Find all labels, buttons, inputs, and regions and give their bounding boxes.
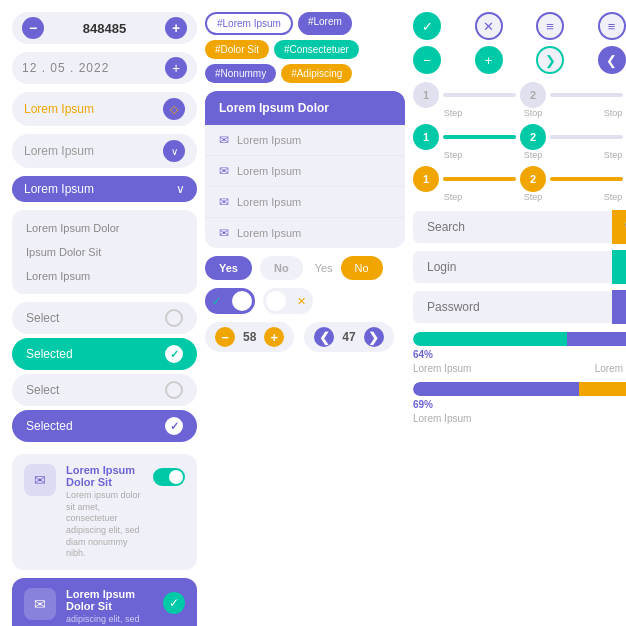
- radio-circle-1: [165, 309, 183, 327]
- tag-1[interactable]: #Lorem: [298, 12, 352, 35]
- step-line-2-2: [550, 135, 623, 139]
- progress-fill-yellow-2: [579, 382, 626, 396]
- step-label-3-1: Step: [440, 192, 466, 202]
- stepper-sm-2-prev[interactable]: ❮: [314, 327, 334, 347]
- radio-btn-selected-green[interactable]: Selected ✓: [12, 338, 197, 370]
- stepper-minus-btn[interactable]: −: [22, 17, 44, 39]
- progress-pct-left-2: 69%: [413, 399, 433, 410]
- menu-card-item-3[interactable]: ✉ Lorem Ipsum: [205, 218, 405, 248]
- menu-card-label-2: Lorem Ipsum: [237, 196, 301, 208]
- password-btn[interactable]: 🔒: [612, 290, 626, 324]
- yes-btn-1[interactable]: Yes: [205, 256, 252, 280]
- menu-item-0[interactable]: Lorem Ipsum Dolor: [12, 216, 197, 240]
- progress-name-labels-2: Lorem Ipsum: [413, 413, 626, 424]
- tag-0[interactable]: #Lorem Ipsum: [205, 12, 293, 35]
- icon-menu-outline-1[interactable]: ≡: [536, 12, 564, 40]
- input-icon-btn[interactable]: ◇: [163, 98, 185, 120]
- radio-circle-2: [165, 381, 183, 399]
- icon-plus-teal[interactable]: +: [475, 46, 503, 74]
- yes-btn-2[interactable]: Yes: [315, 262, 333, 274]
- dropdown-2-arrow[interactable]: ∨: [176, 182, 185, 196]
- check-mark-green: ✓: [170, 348, 179, 361]
- stepper-sm-1: − 58 +: [205, 322, 294, 352]
- menu-card-label-0: Lorem Ipsum: [237, 134, 301, 146]
- toggle-switch-off[interactable]: ✕: [263, 288, 313, 314]
- toggle-switch-on[interactable]: ✓: [205, 288, 255, 314]
- icon-minus-teal[interactable]: −: [413, 46, 441, 74]
- tag-5[interactable]: #Adipiscing: [281, 64, 352, 83]
- notif-toggle-1[interactable]: [153, 468, 185, 486]
- number-stepper: − 848485 +: [12, 12, 197, 44]
- icon-check-teal[interactable]: ✓: [413, 12, 441, 40]
- step-row-1: 1 2 3 Step Stop Stop: [413, 82, 626, 118]
- input-with-icon: Lorem Ipsum ◇: [12, 92, 197, 126]
- search-input-row: 🔍: [413, 210, 626, 244]
- progress-bar-1: [413, 332, 626, 346]
- step-circle-3-1: 1: [413, 166, 439, 192]
- stepper-sm-1-value: 58: [243, 330, 256, 344]
- login-input[interactable]: [413, 251, 612, 283]
- notif-check-2[interactable]: ✓: [163, 592, 185, 614]
- dropdown-2-filled[interactable]: Lorem Ipsum ∨: [12, 176, 197, 202]
- stepper-sm-1-plus[interactable]: +: [264, 327, 284, 347]
- check-mark-purple: ✓: [170, 420, 179, 433]
- radio-btn-selected-purple[interactable]: Selected ✓: [12, 410, 197, 442]
- icon-chevron-left[interactable]: ❮: [598, 46, 626, 74]
- radio-btn-label-green: Selected: [26, 347, 73, 361]
- toggle-icon-off: ✕: [297, 295, 306, 308]
- notif-content-1: Lorem Ipsum Dolor Sit Lorem ipsum dolor …: [66, 464, 143, 560]
- step-label-2-3: Step: [600, 150, 626, 160]
- dropdown-1[interactable]: Lorem Ipsum ∨: [12, 134, 197, 168]
- menu-item-1[interactable]: Ipsum Dolor Sit: [12, 240, 197, 264]
- search-input[interactable]: [413, 211, 612, 243]
- dropdown-1-label: Lorem Ipsum: [24, 144, 94, 158]
- mini-steppers-section: − 58 + ❮ 47 ❯: [205, 322, 405, 352]
- tag-4[interactable]: #Nonummy: [205, 64, 276, 83]
- tag-3[interactable]: #Consectetuer: [274, 40, 359, 59]
- date-picker: 12 . 05 . 2022 +: [12, 52, 197, 84]
- stepper-sm-2-value: 47: [342, 330, 355, 344]
- icon-x-outline[interactable]: ✕: [475, 12, 503, 40]
- toggle-dot-off: [266, 291, 286, 311]
- stepper-plus-btn[interactable]: +: [165, 17, 187, 39]
- progress-fill-teal: [413, 332, 567, 346]
- menu-card-header: Lorem Ipsum Dolor: [205, 91, 405, 125]
- menu-card-item-1[interactable]: ✉ Lorem Ipsum: [205, 156, 405, 187]
- tags-area: #Lorem Ipsum #Lorem #Dolor Sit #Consecte…: [205, 12, 405, 83]
- yes-no-section: Yes No Yes No: [205, 256, 405, 280]
- stepper-sm-1-minus[interactable]: −: [215, 327, 235, 347]
- search-btn[interactable]: 🔍: [612, 210, 626, 244]
- step-line-3-1: [443, 177, 516, 181]
- toggle-icon-on: ✓: [212, 295, 221, 308]
- password-input[interactable]: [413, 291, 612, 323]
- notif-icon-1: ✉: [24, 464, 56, 496]
- dropdown-1-arrow[interactable]: ∨: [163, 140, 185, 162]
- login-btn[interactable]: 👤: [612, 250, 626, 284]
- menu-card-item-0[interactable]: ✉ Lorem Ipsum: [205, 125, 405, 156]
- progress-fill-purple-2: [413, 382, 579, 396]
- date-add-btn[interactable]: +: [165, 57, 187, 79]
- menu-card-label-3: Lorem Ipsum: [237, 227, 301, 239]
- menu-item-2[interactable]: Lorem Ipsum: [12, 264, 197, 288]
- step-label-1-2: Stop: [520, 108, 546, 118]
- progress-fill-purple: [567, 332, 626, 346]
- password-input-row: 🔒: [413, 290, 626, 324]
- radio-btn-select-1[interactable]: Select: [12, 302, 197, 334]
- icon-chevron-right[interactable]: ❯: [536, 46, 564, 74]
- progress-name-left-1: Lorem Ipsum: [413, 363, 471, 374]
- no-btn-2[interactable]: No: [341, 256, 383, 280]
- menu-card-label-1: Lorem Ipsum: [237, 165, 301, 177]
- no-btn-1[interactable]: No: [260, 256, 303, 280]
- icon-menu-outline-2[interactable]: ≡: [598, 12, 626, 40]
- notif-card-1: ✉ Lorem Ipsum Dolor Sit Lorem ipsum dolo…: [12, 454, 197, 570]
- progress-name-right-1: Lorem Ipsum: [595, 363, 626, 374]
- step-labels-1: Step Stop Stop: [413, 108, 626, 118]
- tag-2[interactable]: #Dolor Sit: [205, 40, 269, 59]
- menu-card-icon-1: ✉: [219, 164, 229, 178]
- progress-bar-2: [413, 382, 626, 396]
- menu-card-icon-3: ✉: [219, 226, 229, 240]
- radio-btn-select-2[interactable]: Select: [12, 374, 197, 406]
- menu-card-item-2[interactable]: ✉ Lorem Ipsum: [205, 187, 405, 218]
- stepper-sm-2-next[interactable]: ❯: [364, 327, 384, 347]
- step-label-2-1: Step: [440, 150, 466, 160]
